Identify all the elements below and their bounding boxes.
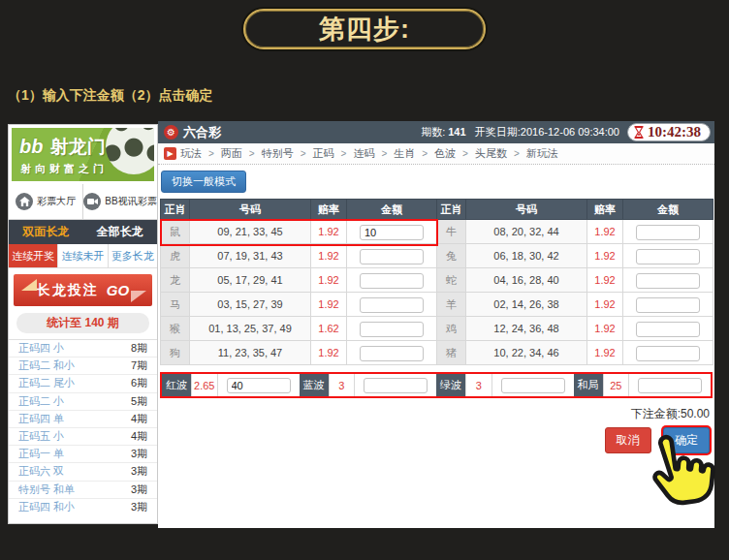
wave-amount-input[interactable] [364, 378, 428, 393]
col-amount: 金额 [623, 200, 713, 220]
amount-cell [347, 268, 437, 293]
switch-mode-button[interactable]: 切换一般模式 [161, 171, 246, 193]
amount-input[interactable] [360, 322, 424, 337]
issue-label: 期数: [421, 126, 445, 138]
streak-item[interactable]: 正码六 双3期 [9, 462, 157, 480]
logo-banner[interactable]: bb 射龙门 射向财富之门 [12, 128, 154, 181]
amount-input[interactable] [636, 273, 700, 289]
amount-cell [347, 341, 437, 365]
sidebar-nav: 彩票大厅 BB视讯彩票 [9, 184, 157, 220]
breadcrumb-item[interactable]: 头尾数 [475, 146, 507, 161]
streak-item[interactable]: 正码五 小4期 [9, 427, 157, 445]
table-header-row: 正肖 号码 赔率 金额 正肖 号码 赔率 金额 [161, 200, 713, 220]
streak-name: 正码六 双 [18, 464, 64, 479]
amount-input[interactable] [636, 322, 700, 337]
zodiac-cell: 蛇 [437, 268, 466, 293]
amount-input[interactable] [360, 225, 424, 240]
issue-number: 141 [448, 126, 465, 138]
amount-input[interactable] [636, 225, 700, 240]
numbers-cell: 12, 24, 36, 48 [466, 317, 587, 341]
table-row: 龙05, 17, 29, 411.92蛇04, 16, 28, 401.92 [161, 268, 713, 293]
streak-count: 3期 [131, 464, 147, 479]
amount-input[interactable] [360, 273, 424, 289]
amount-input[interactable] [360, 297, 424, 313]
streak-item[interactable]: 正码四 小8期 [9, 339, 157, 357]
numbers-cell: 04, 16, 28, 40 [466, 268, 587, 293]
draw-date-label: 开奖日期: [475, 126, 521, 138]
wave-amount-cell [492, 374, 574, 396]
sidebar: bb 射龙门 射向财富之门 彩票大厅 BB视讯彩票 双面长龙 全部长龙 [8, 124, 158, 524]
streak-item[interactable]: 正码二 尾小6期 [9, 374, 157, 391]
breadcrumb-item[interactable]: 色波 [434, 146, 456, 161]
tab-two-sided-streak[interactable]: 双面长龙 [9, 220, 83, 244]
streak-count: 8期 [131, 341, 147, 356]
table-row: 虎07, 19, 31, 431.92兔06, 18, 30, 421.92 [161, 244, 713, 268]
wave-group: 和局25 [574, 374, 712, 396]
breadcrumb-item[interactable]: 正码 [313, 146, 334, 161]
zodiac-cell: 猪 [437, 341, 466, 365]
streak-name: 正码一 单 [18, 447, 64, 461]
zodiac-cell: 鸡 [437, 317, 466, 341]
wave-group: 绿波3 [436, 374, 574, 396]
breadcrumb-separator: > [462, 148, 468, 159]
streak-item[interactable]: 正码一 单3期 [9, 445, 157, 462]
numbers-cell: 03, 15, 27, 39 [190, 293, 311, 317]
breadcrumb-item[interactable]: 新玩法 [526, 146, 558, 161]
amount-input[interactable] [636, 297, 700, 313]
table-row: 猴01, 13, 25, 37, 491.62鸡12, 24, 36, 481.… [161, 317, 713, 341]
breadcrumb-separator: > [514, 148, 520, 159]
wave-group: 蓝波3 [300, 374, 437, 396]
hourglass-icon [634, 126, 644, 139]
wave-amount-input[interactable] [638, 378, 702, 393]
wave-amount-cell [355, 374, 436, 396]
breadcrumb-item[interactable]: 连码 [353, 146, 374, 161]
breadcrumb-item[interactable]: 生肖 [394, 146, 415, 161]
tab-all-streak[interactable]: 全部长龙 [83, 220, 158, 244]
mode-bar: 切换一般模式 [158, 165, 714, 199]
subtab-consecutive-open[interactable]: 连续开奖 [9, 244, 58, 267]
zodiac-cell: 狗 [161, 341, 190, 365]
lottery-hall-button[interactable]: 彩票大厅 [9, 184, 82, 219]
streak-item[interactable]: 正码二 小5期 [9, 392, 157, 410]
zodiac-cell: 虎 [161, 244, 190, 268]
breadcrumb-separator: > [381, 148, 387, 159]
wave-odds: 2.65 [191, 374, 218, 396]
amount-input[interactable] [360, 346, 424, 361]
breadcrumb-item[interactable]: 玩法 [180, 146, 202, 161]
odds-cell: 1.92 [587, 268, 623, 293]
streak-item[interactable]: 正码四 和小3期 [9, 498, 157, 515]
draw-date-value: 2016-12-06 09:34:00 [521, 126, 619, 138]
streak-item[interactable]: 正码二 和小7期 [9, 357, 157, 374]
breadcrumb-separator: > [301, 148, 306, 159]
wave-amount-cell [629, 374, 711, 396]
numbers-cell: 10, 22, 34, 46 [466, 341, 587, 365]
gear-icon[interactable]: ⚙ [164, 125, 178, 140]
wave-label: 和局 [574, 374, 603, 396]
wave-amount-input[interactable] [501, 378, 565, 393]
odds-cell: 1.92 [587, 317, 623, 341]
numbers-cell: 07, 19, 31, 43 [190, 244, 311, 268]
odds-cell: 1.92 [311, 244, 347, 268]
amount-cell [623, 293, 713, 317]
amount-input[interactable] [360, 249, 424, 264]
wave-amount-input[interactable] [227, 378, 291, 393]
bb-video-lottery-button[interactable]: BB视讯彩票 [82, 184, 157, 219]
amount-input[interactable] [636, 346, 700, 361]
numbers-cell: 11, 23, 35, 47 [190, 341, 311, 365]
streak-bet-banner[interactable]: 长龙投注 GO [14, 274, 152, 306]
streak-name: 正码四 小 [18, 341, 64, 356]
breadcrumb-separator: > [341, 148, 347, 159]
streak-item[interactable]: 特别号 和单3期 [9, 481, 157, 498]
subtab-consecutive-not-open[interactable]: 连续未开 [58, 244, 108, 267]
breadcrumb-item[interactable]: 特别号 [262, 146, 294, 161]
amount-cell [623, 317, 713, 341]
subtab-more-streaks[interactable]: 更多长龙 [109, 244, 157, 267]
breadcrumb-item[interactable]: 两面 [221, 146, 242, 161]
amount-input[interactable] [636, 249, 700, 264]
wave-bet-row: 红波2.65蓝波3绿波3和局25 [160, 372, 713, 398]
numbers-cell: 06, 18, 30, 42 [466, 244, 587, 268]
video-camera-icon [83, 193, 101, 210]
brand-slogan: 射向财富之门 [12, 160, 154, 176]
streak-item[interactable]: 正码四 单4期 [9, 410, 157, 427]
amount-cell [623, 268, 713, 293]
